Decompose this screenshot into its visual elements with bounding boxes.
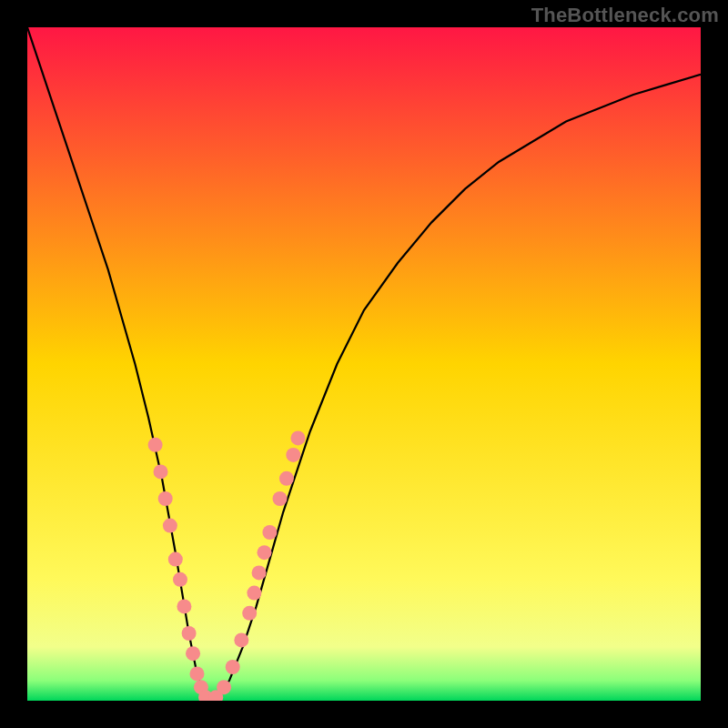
plot-area xyxy=(27,27,701,701)
attribution-watermark: TheBottleneck.com xyxy=(531,4,719,27)
gradient-background xyxy=(27,27,701,701)
chart-frame: TheBottleneck.com xyxy=(0,0,728,728)
marker-dot xyxy=(262,525,277,540)
marker-dot xyxy=(257,545,271,560)
marker-dot xyxy=(242,606,257,621)
marker-dot xyxy=(247,586,261,601)
marker-dot xyxy=(290,430,305,445)
marker-dot xyxy=(234,632,248,647)
marker-dot xyxy=(168,552,183,567)
marker-dot xyxy=(182,626,197,641)
marker-dot xyxy=(177,599,191,613)
marker-dot xyxy=(148,438,163,452)
marker-dot xyxy=(252,565,267,580)
marker-dot xyxy=(163,519,177,533)
marker-dot xyxy=(273,491,288,506)
chart-svg xyxy=(27,27,701,701)
marker-dot xyxy=(173,572,187,587)
marker-dot xyxy=(226,660,240,674)
marker-dot xyxy=(189,666,204,681)
marker-dot xyxy=(186,646,200,661)
marker-dot xyxy=(279,471,294,486)
marker-dot xyxy=(154,464,168,479)
marker-dot xyxy=(158,491,173,506)
marker-dot xyxy=(286,448,300,462)
marker-dot xyxy=(217,680,231,694)
